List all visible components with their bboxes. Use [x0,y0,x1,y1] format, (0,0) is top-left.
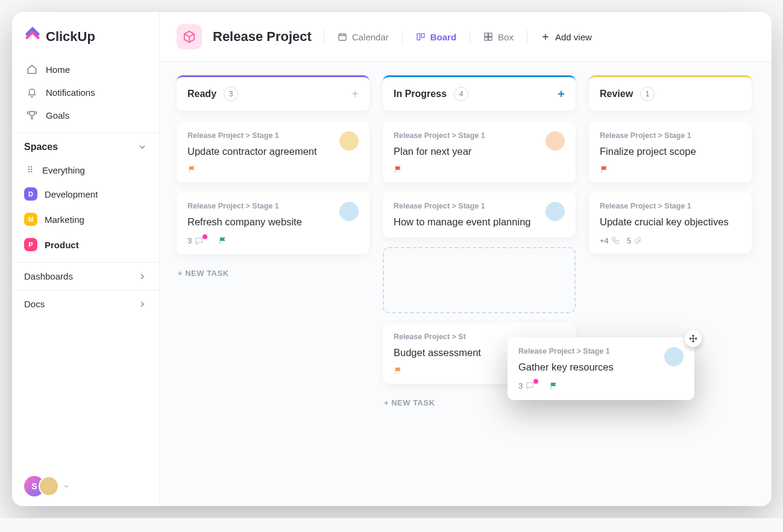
plus-icon [541,32,550,42]
flag-icon[interactable] [394,366,403,375]
brand-logo[interactable]: ClickUp [12,12,159,58]
nav-docs[interactable]: Docs [12,290,159,318]
svg-rect-1 [417,34,420,40]
assignee-avatar[interactable] [546,131,565,151]
comment-count[interactable]: 3 [187,236,211,246]
cube-icon [183,30,196,43]
paperclip-icon [634,236,642,245]
column-add-task[interactable]: + [558,88,565,100]
task-card[interactable]: Release Project > Stage 1 Plan for next … [383,122,576,183]
drag-handle[interactable] [685,330,702,347]
divider [324,30,324,43]
project-icon[interactable] [177,24,202,49]
space-everything[interactable]: ⠿ Everything [12,158,159,181]
subtask-icon [611,236,620,245]
column-title: In Progress [394,89,447,99]
unread-dot [533,379,538,384]
user-avatar-secondary [39,476,59,496]
card-title: How to manage event planning [394,215,531,228]
dragging-task-card[interactable]: Release Project > Stage 1 Gather key res… [508,337,694,400]
spaces-header[interactable]: Spaces [12,133,159,158]
space-marketing[interactable]: M Marketing [12,207,159,232]
card-breadcrumb: Release Project > Stage 1 [187,131,317,140]
column-header[interactable]: In Progress 4 + [383,75,576,111]
flag-icon[interactable] [549,381,558,390]
main-content: Release Project Calendar Board Box Add v… [160,12,772,506]
card-breadcrumb: Release Project > Stage 1 [394,202,531,210]
space-development[interactable]: D Development [12,181,159,207]
nav-dashboards[interactable]: Dashboards [12,262,159,290]
comment-number: 3 [187,236,192,245]
column-count: 4 [454,87,468,101]
assignee-avatar[interactable] [546,202,565,221]
space-product[interactable]: P Product [12,232,159,257]
caret-down-icon [63,483,70,490]
space-badge: P [24,238,37,251]
svg-rect-8 [615,241,618,244]
divider [470,30,470,43]
task-card[interactable]: Release Project > Stage 1 Finalize proje… [589,122,752,183]
view-board-label: Board [430,32,456,42]
comment-count[interactable]: 3 [518,381,542,390]
user-menu[interactable]: S [12,466,159,506]
column-in-progress: In Progress 4 + Release Project > Stage … [383,75,576,506]
project-title: Release Project [213,29,312,45]
comment-number: 3 [518,381,523,390]
subtask-more: +4 [600,236,609,245]
column-ready: Ready 3 + Release Project > Stage 1 Upda… [177,75,369,506]
unread-dot [203,234,207,239]
task-card[interactable]: Release Project > Stage 1 Update crucial… [589,192,752,253]
flag-icon[interactable] [187,165,197,174]
attachment-count[interactable]: 5 [627,236,642,245]
svg-rect-2 [421,34,424,38]
sidebar: ClickUp Home Notifications Goals Spaces … [12,12,160,506]
chevron-right-icon [137,299,147,309]
assignee-avatar[interactable] [664,347,684,366]
flag-icon[interactable] [600,165,609,174]
space-label: Development [45,189,98,199]
view-calendar[interactable]: Calendar [336,30,390,45]
drop-placeholder [383,247,576,313]
topbar: Release Project Calendar Board Box Add v… [160,12,772,62]
task-card[interactable]: Release Project > Stage 1 Refresh compan… [177,192,369,254]
add-view[interactable]: Add view [539,30,593,45]
card-breadcrumb: Release Project > Stage 1 [518,347,614,355]
move-icon [689,334,697,343]
nav-docs-label: Docs [24,299,45,309]
column-count: 1 [640,87,655,101]
attachment-number: 5 [627,236,631,245]
nav-goals[interactable]: Goals [18,104,153,127]
column-add-task[interactable]: + [351,88,359,100]
task-card[interactable]: Release Project > Stage 1 Update contrac… [177,122,369,183]
assignee-avatar[interactable] [339,202,359,221]
column-header[interactable]: Ready 3 + [177,75,369,111]
space-label: Marketing [45,214,84,225]
card-breadcrumb: Release Project > Stage 1 [187,202,302,210]
svg-rect-7 [612,237,615,240]
task-card[interactable]: Release Project > Stage 1 How to manage … [383,192,576,237]
flag-icon[interactable] [218,236,227,245]
card-title: Gather key resources [518,360,614,374]
flag-icon[interactable] [394,165,403,174]
card-title: Refresh company website [187,215,302,228]
card-title: Update crucial key objectives [600,215,741,228]
chevron-right-icon [137,272,147,281]
subtask-count[interactable]: +4 [600,236,620,245]
divider [527,30,527,43]
view-box[interactable]: Box [482,30,515,45]
svg-rect-6 [489,37,492,40]
card-breadcrumb: Release Project > Stage 1 [600,131,741,140]
logo-icon [24,27,41,47]
new-task-button[interactable]: + NEW TASK [177,264,369,283]
space-badge: D [24,187,37,201]
nav-notifications[interactable]: Notifications [18,81,153,104]
column-title: Ready [187,89,216,99]
nav-goals-label: Goals [46,110,69,120]
bell-icon [27,87,37,98]
assignee-avatar[interactable] [339,131,359,151]
nav-home[interactable]: Home [18,58,153,81]
view-board[interactable]: Board [415,30,458,45]
column-header[interactable]: Review 1 [589,75,752,111]
nav-dashboards-label: Dashboards [24,271,73,281]
spaces-label: Spaces [24,142,58,152]
